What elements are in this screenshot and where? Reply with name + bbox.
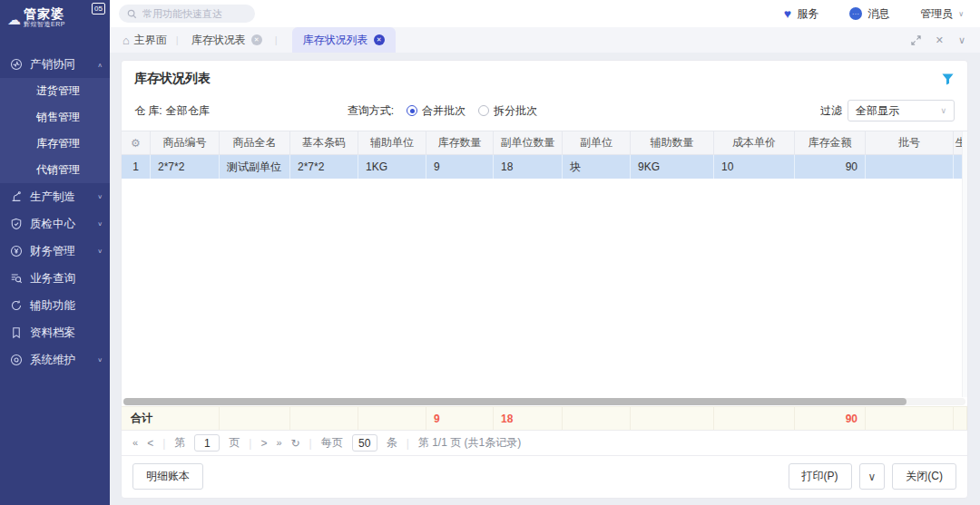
chevron-down-icon: ∨ xyxy=(97,193,103,199)
column-header[interactable]: 批号 xyxy=(866,131,954,154)
prev-page-button[interactable]: < xyxy=(147,438,153,449)
sidebar-item-business-query[interactable]: 业务查询 xyxy=(0,265,110,292)
column-header[interactable]: 库存数量 xyxy=(426,131,494,154)
brand-logo: ☁ 管家婆 辉煌智造ERP 05 xyxy=(0,0,110,38)
close-icon[interactable]: ✕ xyxy=(251,34,262,45)
content-card: 库存状况列表 仓 库: 全部仓库 查询方式: 合并批次 拆分批次 过滤 xyxy=(121,60,968,499)
close-icon[interactable]: ✕ xyxy=(374,34,385,45)
per-page-pre-label: 每页 xyxy=(321,435,343,451)
warehouse-label: 仓 库: xyxy=(134,103,162,119)
cell-barcode: 2*7*2 xyxy=(290,155,358,179)
pulse-circle-icon xyxy=(10,58,23,71)
chevron-down-icon: ∨ xyxy=(97,248,103,254)
column-header[interactable]: 副单位 xyxy=(563,131,631,154)
search-icon xyxy=(127,9,137,19)
tab-inventory-status-list[interactable]: 库存状况列表 ✕ xyxy=(292,27,396,53)
tab-separator: | xyxy=(275,34,278,45)
sidebar-item-sales-mgmt[interactable]: 销售管理 xyxy=(0,104,110,131)
sidebar-item-manufacturing[interactable]: 生产制造 ∨ xyxy=(0,183,110,210)
column-settings-gear-icon[interactable]: ⚙ xyxy=(131,137,141,150)
app-window: ☁ 管家婆 辉煌智造ERP 05 产销协同 ∧ 进货管理 销售管理 库存管理 代… xyxy=(0,0,980,505)
close-button[interactable]: 关闭(C) xyxy=(892,463,956,490)
window-controls: ✕ ∨ xyxy=(911,35,980,45)
vertical-scrollbar[interactable] xyxy=(962,131,967,397)
tab-home-label: 主界面 xyxy=(134,33,167,48)
quick-search-input[interactable]: 常用功能快速直达 xyxy=(119,5,255,23)
radio-merge-batches[interactable]: 合并批次 xyxy=(407,103,466,119)
chevron-down-icon: ∨ xyxy=(97,220,103,227)
sidebar-item-quality-center[interactable]: 质检中心 ∨ xyxy=(0,210,110,238)
shield-icon xyxy=(10,218,23,230)
sidebar-item-consignment-mgmt[interactable]: 代销管理 xyxy=(0,157,110,183)
sidebar-item-label: 生产制造 xyxy=(30,189,75,205)
horizontal-scrollbar[interactable] xyxy=(123,398,965,405)
last-page-button[interactable]: » xyxy=(276,438,281,448)
filter-select[interactable]: 全部显示 ∨ xyxy=(848,100,955,121)
maximize-icon[interactable] xyxy=(911,35,921,45)
sidebar-item-finance-mgmt[interactable]: 财务管理 ∨ xyxy=(0,238,110,265)
record-summary: 第 1/1 页 (共1条记录) xyxy=(418,435,521,451)
cell-aux-qty: 9KG xyxy=(631,155,714,179)
next-page-button[interactable]: > xyxy=(260,438,267,449)
collapse-icon[interactable]: ∨ xyxy=(958,35,965,45)
tab-separator: | xyxy=(176,34,179,45)
refresh-icon[interactable]: ↻ xyxy=(291,438,300,449)
pager-separator: | xyxy=(407,437,409,450)
machine-icon xyxy=(10,190,23,203)
total-stock-amount: 90 xyxy=(795,407,866,430)
column-header[interactable]: 成本单价 xyxy=(714,131,795,154)
sidebar-item-label: 辅助功能 xyxy=(30,298,75,314)
sidebar-item-system-maintenance[interactable]: 系统维护 ∨ xyxy=(0,346,110,374)
column-header[interactable]: 商品全名 xyxy=(220,131,290,154)
tab-label: 库存状况表 xyxy=(191,33,246,48)
filter-select-value: 全部显示 xyxy=(856,103,899,119)
radio-selected-icon xyxy=(407,105,417,116)
close-icon[interactable]: ✕ xyxy=(936,35,944,45)
column-header[interactable]: 商品编号 xyxy=(151,131,220,154)
total-stock-qty: 9 xyxy=(426,407,494,430)
cell-cost-price: 10 xyxy=(714,155,795,179)
page-post-label: 页 xyxy=(229,435,240,451)
scrollbar-thumb[interactable] xyxy=(123,398,906,405)
radio-split-batches[interactable]: 拆分批次 xyxy=(478,103,537,119)
column-header[interactable]: 库存金额 xyxy=(795,131,866,154)
first-page-button[interactable]: « xyxy=(132,438,138,448)
sidebar-item-label: 产销协同 xyxy=(30,57,75,73)
tab-inventory-status[interactable]: 库存状况表 ✕ xyxy=(188,27,266,53)
chevron-down-icon: ∨ xyxy=(940,106,946,115)
pager-separator: | xyxy=(309,437,312,450)
detail-ledger-button[interactable]: 明细账本 xyxy=(132,463,203,490)
cell-batch-no xyxy=(866,155,954,179)
tab-label: 库存状况列表 xyxy=(303,33,368,48)
chevron-up-icon: ∧ xyxy=(97,61,103,67)
sidebar-item-label: 系统维护 xyxy=(30,353,75,368)
user-menu[interactable]: 管理员 ∨ xyxy=(920,6,964,22)
tab-home[interactable]: ⌂ 主界面 xyxy=(122,33,167,48)
bookmark-icon xyxy=(10,326,23,339)
brand-subtitle: 辉煌智造ERP xyxy=(24,21,65,28)
per-page-input[interactable]: 50 xyxy=(352,434,377,452)
sidebar-item-production-sales[interactable]: 产销协同 ∧ xyxy=(0,51,110,78)
search-list-icon xyxy=(10,272,23,285)
print-options-button[interactable]: ∨ xyxy=(859,463,886,490)
radio-unselected-icon xyxy=(478,105,489,116)
sub-item-label: 进货管理 xyxy=(36,83,80,99)
filter-funnel-icon[interactable] xyxy=(941,73,955,86)
page-number-input[interactable]: 1 xyxy=(194,434,220,452)
service-menu[interactable]: ♥ 服务 xyxy=(784,6,818,22)
print-button[interactable]: 打印(P) xyxy=(789,463,852,490)
sidebar-item-data-archive[interactable]: 资料档案 xyxy=(0,319,110,346)
column-header[interactable]: 辅助单位 xyxy=(358,131,426,154)
sidebar-item-purchase-mgmt[interactable]: 进货管理 xyxy=(0,78,110,104)
messages-menu[interactable]: ··· 消息 xyxy=(849,6,889,22)
warehouse-value[interactable]: 全部仓库 xyxy=(166,103,210,119)
sidebar-item-inventory-mgmt[interactable]: 库存管理 xyxy=(0,131,110,157)
column-header[interactable]: 基本条码 xyxy=(290,131,358,154)
column-header[interactable]: 副单位数量 xyxy=(494,131,563,154)
filter-row: 仓 库: 全部仓库 查询方式: 合并批次 拆分批次 过滤 全部显示 ∨ xyxy=(122,91,967,131)
column-header[interactable]: 辅助数量 xyxy=(631,131,714,154)
table-row[interactable]: 1 2*7*2 测试副单位 2*7*2 1KG 9 18 块 9KG 10 90 xyxy=(122,155,967,179)
user-label: 管理员 xyxy=(920,6,953,22)
totals-row: 合计 9 18 90 xyxy=(122,406,967,431)
sidebar-item-auxiliary[interactable]: 辅助功能 xyxy=(0,292,110,319)
